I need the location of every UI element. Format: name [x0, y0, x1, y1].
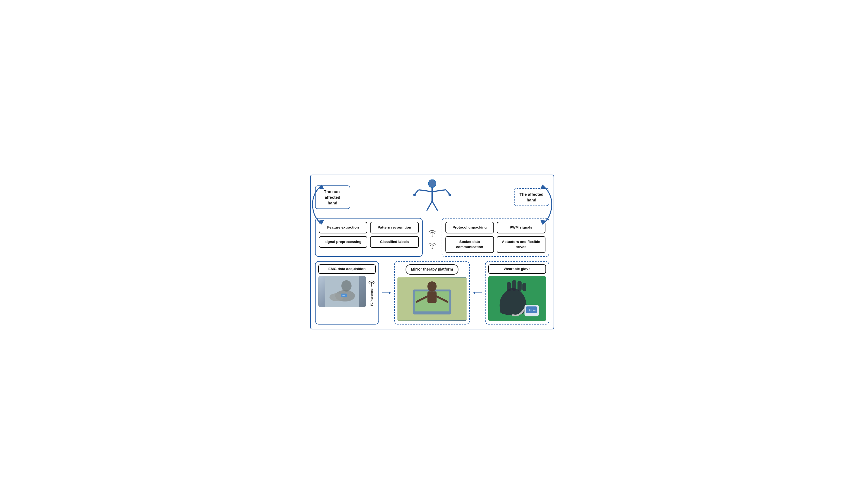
left-arrow-1: [473, 290, 482, 296]
svg-text:device: device: [529, 309, 536, 312]
right-panel-grid: Protocol unpacking PWM signals Socket da…: [445, 222, 545, 253]
svg-text:EMG: EMG: [342, 295, 345, 296]
svg-line-8: [427, 201, 432, 211]
right-curved-arrow: [537, 182, 553, 226]
mirror-therapy-label: Mirror therapy platform: [406, 264, 458, 275]
signal-preprocessing-box: signal preprocessing: [319, 236, 368, 248]
classified-labels-box: Classified labels: [370, 236, 419, 248]
svg-point-24: [341, 280, 352, 291]
mirror-photo: [397, 277, 467, 321]
socket-data-box: Socket data communication: [445, 236, 494, 253]
human-figure-svg: [413, 179, 451, 215]
wireless-emg-icon: [368, 277, 375, 287]
wearable-glove-label: Wearable glove: [488, 264, 546, 274]
emg-label: EMG data acquisition: [318, 264, 376, 274]
svg-line-6: [432, 190, 446, 192]
svg-line-5: [415, 190, 419, 194]
right-arrow-1: [382, 290, 391, 296]
middle-row: Feature extraction Pattern recognition s…: [315, 218, 549, 257]
left-processing-panel: Feature extraction Pattern recognition s…: [315, 218, 423, 257]
arrow-glove-to-mirror: [473, 261, 482, 325]
bottom-row: EMG data acquisition EMG: [315, 261, 549, 325]
svg-marker-37: [473, 291, 475, 295]
mirror-therapy-panel: Mirror therapy platform: [394, 261, 470, 325]
main-diagram: The non-affected hand: [310, 175, 554, 329]
emg-photo: EMG: [318, 276, 366, 307]
svg-rect-42: [523, 283, 526, 291]
wireless-left-icon: [428, 226, 436, 237]
svg-point-18: [432, 248, 433, 249]
wireless-right-icon: [428, 238, 436, 249]
wearable-glove-panel: Wearable glove device: [485, 261, 549, 325]
arrow-emg-to-mirror: [382, 261, 391, 325]
wireless-divider: [423, 218, 442, 257]
svg-rect-40: [512, 280, 516, 291]
svg-point-26: [371, 286, 372, 287]
tcp-area: TCP protocol: [368, 277, 376, 307]
svg-rect-41: [517, 281, 521, 291]
human-figure-center: [413, 179, 451, 215]
svg-point-10: [413, 194, 416, 196]
left-curved-arrow: [311, 182, 327, 226]
right-processing-panel: Protocol unpacking PWM signals Socket da…: [442, 218, 549, 257]
svg-rect-39: [507, 282, 511, 291]
glove-photo: device: [488, 276, 546, 321]
top-row: The non-affected hand: [315, 179, 549, 215]
svg-line-9: [432, 201, 437, 211]
svg-point-16: [432, 236, 433, 237]
emg-panel: EMG data acquisition EMG: [315, 261, 379, 325]
tcp-protocol-text: TCP protocol: [370, 288, 373, 307]
left-panel-grid: Feature extraction Pattern recognition s…: [319, 222, 419, 248]
svg-point-32: [428, 281, 437, 291]
svg-rect-33: [428, 291, 437, 303]
protocol-unpacking-box: Protocol unpacking: [445, 222, 494, 233]
actuators-box: Actuators and flexible drives: [497, 236, 545, 253]
svg-line-7: [446, 190, 450, 194]
svg-marker-28: [389, 291, 391, 295]
pattern-recognition-box: Pattern recognition: [370, 222, 419, 233]
svg-line-4: [419, 190, 432, 192]
svg-point-11: [448, 194, 451, 196]
